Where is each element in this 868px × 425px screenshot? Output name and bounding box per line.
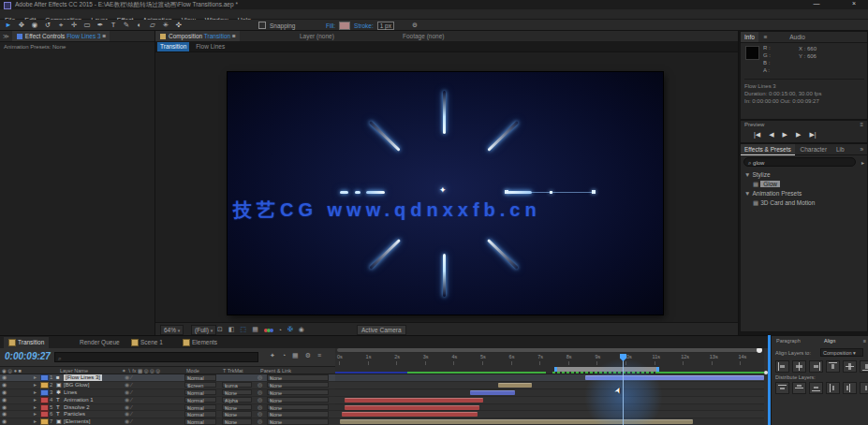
expander-icon[interactable]: ▸	[34, 418, 37, 425]
distribute-h-center-button[interactable]	[843, 382, 857, 394]
layer-switches[interactable]: ◉ ∕	[125, 389, 132, 396]
layer-duration-bar[interactable]	[345, 405, 479, 410]
pickwhip-icon[interactable]: ◎	[257, 374, 262, 381]
trkmat-dropdown[interactable]: Alpha ▾	[222, 397, 252, 403]
layer-name[interactable]: Particles	[64, 411, 85, 418]
tab-effects-presets[interactable]: Effects & Presets	[741, 144, 795, 155]
timeline-tab-4[interactable]: Elements	[178, 337, 222, 348]
pickwhip-icon[interactable]: ◎	[257, 382, 262, 388]
unified-camera-tool[interactable]: ⌖	[54, 20, 67, 31]
snapping-checkbox[interactable]	[258, 22, 266, 29]
label-color-swatch[interactable]	[40, 382, 49, 388]
effects-group[interactable]: ▼Stylize	[741, 170, 868, 180]
eraser-tool[interactable]: ▱	[146, 20, 159, 31]
layer-row[interactable]: ◉▸5TDissolve 2◉ ∕Normal ▾None ▾◎None ▾	[0, 404, 335, 412]
brush-tool[interactable]: ✎	[120, 20, 133, 31]
panel-expand-icon[interactable]: ≫	[0, 33, 12, 39]
distribute-right-button[interactable]	[860, 382, 868, 394]
align-right-button[interactable]	[809, 360, 823, 373]
parent-header[interactable]: Parent & Link	[260, 367, 291, 374]
panel-menu-icon[interactable]: ≡	[102, 33, 106, 39]
layer-row[interactable]: ◉▸7▣[Elements]◉ ∕Normal ▾None ▾◎None ▾	[0, 418, 335, 425]
track-row[interactable]	[335, 404, 764, 412]
panel-menu-icon[interactable]: ≡	[232, 33, 236, 39]
eye-icon[interactable]: ◉	[2, 389, 7, 396]
previous-frame-button[interactable]: ◀	[769, 131, 773, 139]
layer-switches[interactable]: ◉ ∕	[125, 411, 132, 418]
timeline-icon[interactable]: ◔	[282, 352, 286, 359]
layer-name[interactable]: [BG Glow]	[64, 382, 89, 388]
expander-icon[interactable]: ▸	[34, 382, 37, 388]
distribute-v-center-button[interactable]	[792, 382, 806, 394]
next-frame-button[interactable]: ▶	[796, 131, 801, 139]
label-color-swatch[interactable]	[40, 397, 49, 403]
gear-icon[interactable]: ⚙	[412, 22, 418, 29]
timeline-search-input[interactable]: ⌕	[54, 352, 258, 362]
time-navigator-bar[interactable]	[337, 348, 760, 352]
info-menu-icon[interactable]: ≡	[760, 32, 772, 42]
layer-row[interactable]: ◉▸1■[Flow Lines 3]◉ ∕Normal ▾◎None ▾	[0, 374, 335, 382]
fill-label[interactable]: Fill:	[326, 22, 335, 29]
mode-dropdown[interactable]: Normal ▾	[184, 411, 216, 418]
effects-item[interactable]: ▦Glow	[741, 180, 868, 189]
label-color-swatch[interactable]	[40, 404, 49, 411]
trkmat-dropdown[interactable]: None ▾	[222, 418, 252, 425]
hand-tool[interactable]: ✥	[15, 20, 28, 31]
pickwhip-icon[interactable]: ◎	[257, 389, 262, 396]
eye-icon[interactable]: ◉	[2, 374, 7, 381]
clone-stamp-tool[interactable]: ◐	[133, 20, 146, 31]
magnification-dropdown[interactable]: 64% ▾	[160, 325, 184, 335]
layer-switches[interactable]: ◉ ∕	[125, 404, 132, 411]
tab-info[interactable]: Info	[741, 32, 758, 42]
layer-name[interactable]: Lines	[64, 389, 77, 396]
tab-align[interactable]: Align	[824, 338, 835, 344]
layer-duration-bar[interactable]	[498, 383, 532, 388]
last-frame-button[interactable]: ▶|	[809, 131, 816, 139]
play-button[interactable]: ▶	[783, 131, 787, 139]
mode-dropdown[interactable]: Normal ▾	[184, 404, 216, 411]
parent-dropdown[interactable]: None ▾	[267, 374, 329, 381]
trkmat-dropdown[interactable]: Luma ▾	[222, 382, 252, 388]
timeline-icon[interactable]: ≡	[317, 352, 321, 359]
distribute-top-button[interactable]	[775, 382, 789, 394]
preview-eye-icon[interactable]: ◉	[299, 326, 304, 333]
layer-switches[interactable]: ◉ ∕	[125, 374, 132, 381]
align-h-center-button[interactable]	[792, 360, 806, 373]
pan-behind-tool[interactable]: ✛	[67, 20, 81, 31]
expander-icon[interactable]: ▸	[34, 404, 37, 411]
layer-name[interactable]: Animation 1	[64, 397, 94, 403]
first-frame-button[interactable]: |◀	[754, 131, 760, 139]
parent-dropdown[interactable]: None ▾	[267, 397, 329, 403]
track-row[interactable]	[335, 382, 764, 389]
resolution-dropdown[interactable]: (Full) ▾	[191, 325, 216, 335]
tab-footage[interactable]: Footage (none)	[403, 31, 444, 41]
label-color-swatch[interactable]	[40, 411, 49, 418]
track-scrollbar[interactable]	[764, 348, 768, 425]
layer-name[interactable]: Dissolve 2	[64, 404, 90, 411]
rotation-tool[interactable]: ↺	[41, 20, 54, 31]
parent-dropdown[interactable]: None ▾	[267, 382, 329, 388]
selection-tool[interactable]: ►	[2, 20, 15, 31]
timeline-tab-3[interactable]: Scene 1	[126, 337, 168, 348]
trkmat-dropdown[interactable]: None ▾	[222, 411, 252, 418]
transparency-grid-icon[interactable]: ▦	[252, 326, 258, 333]
channel-icon[interactable]	[264, 327, 272, 333]
mode-dropdown[interactable]: Normal ▾	[184, 418, 216, 425]
parent-dropdown[interactable]: None ▾	[267, 418, 329, 425]
tab-lib[interactable]: Lib	[832, 144, 848, 154]
layer-name[interactable]: [Flow Lines 3]	[64, 374, 102, 381]
align-bottom-button[interactable]	[860, 360, 868, 373]
layer-row[interactable]: ◉▸6TParticles◉ ∕Normal ▾None ▾◎None ▾	[0, 411, 335, 418]
trkmat-dropdown[interactable]: None ▾	[222, 389, 252, 396]
align-left-button[interactable]	[775, 360, 789, 373]
mode-dropdown[interactable]: Normal ▾	[184, 397, 216, 403]
timeline-icon[interactable]: ✦	[270, 352, 275, 359]
track-row[interactable]	[335, 374, 764, 382]
layer-name-header[interactable]: Layer Name	[60, 367, 88, 374]
layer-duration-bar[interactable]	[345, 398, 483, 403]
timeline-icon[interactable]: ⚙	[305, 352, 311, 359]
pickwhip-icon[interactable]: ◎	[257, 418, 262, 425]
tab-paragraph[interactable]: Paragraph	[776, 338, 801, 344]
effects-item[interactable]: ▦3D Card and Motion	[741, 198, 868, 208]
layer-name[interactable]: [Elements]	[64, 418, 90, 425]
